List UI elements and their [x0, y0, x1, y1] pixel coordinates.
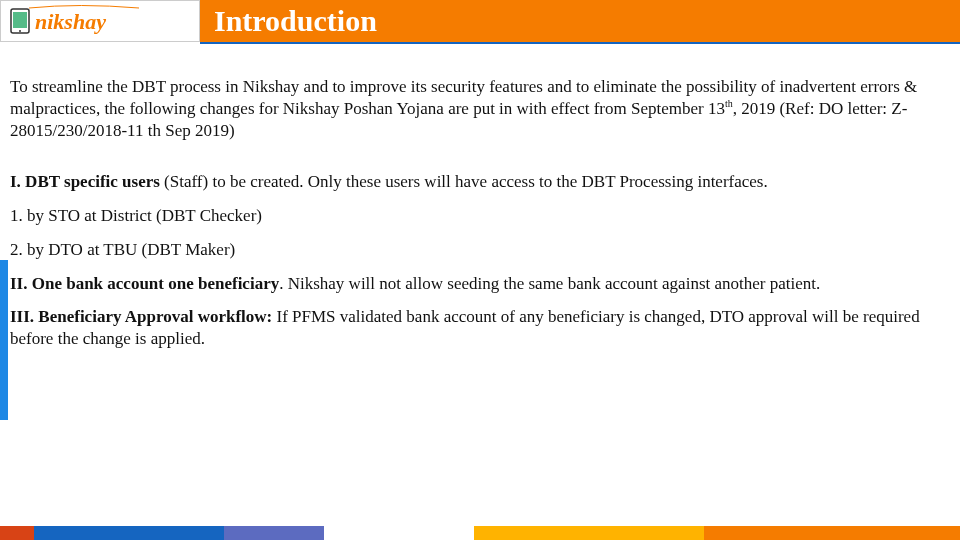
point-2-lead: II. One bank account one beneficiary	[10, 274, 279, 293]
content-area: To streamline the DBT process in Nikshay…	[10, 76, 944, 362]
point-1-sub-2: 2. by DTO at TBU (DBT Maker)	[10, 239, 944, 261]
point-3: III. Beneficiary Approval workflow: If P…	[10, 306, 944, 350]
point-2: II. One bank account one beneficiary. Ni…	[10, 273, 944, 295]
footer-seg-6	[704, 526, 960, 540]
logo-box: nikshay	[0, 0, 200, 42]
footer-seg-4	[324, 526, 474, 540]
svg-rect-1	[13, 12, 27, 28]
svg-text:nikshay: nikshay	[35, 9, 106, 34]
point-1-tail: (Staff) to be created. Only these users …	[160, 172, 768, 191]
point-2-tail: . Nikshay will not allow seeding the sam…	[279, 274, 820, 293]
header-bar: nikshay Introduction	[0, 0, 960, 42]
page-title: Introduction	[214, 4, 377, 38]
footer-seg-1	[0, 526, 34, 540]
footer-seg-5	[474, 526, 704, 540]
left-accent-bar	[0, 260, 8, 420]
title-underline	[200, 42, 960, 44]
point-3-lead: III. Beneficiary Approval workflow:	[10, 307, 272, 326]
nikshay-logo-icon: nikshay	[9, 5, 159, 37]
footer-stripe	[0, 526, 960, 540]
point-1-lead: I. DBT specific users	[10, 172, 160, 191]
intro-sup: th	[725, 98, 733, 109]
point-1-sub-1: 1. by STO at District (DBT Checker)	[10, 205, 944, 227]
svg-point-2	[19, 30, 21, 32]
footer-seg-3	[224, 526, 324, 540]
footer-seg-2	[34, 526, 224, 540]
slide: nikshay Introduction To streamline the D…	[0, 0, 960, 540]
intro-paragraph: To streamline the DBT process in Nikshay…	[10, 76, 944, 141]
point-1: I. DBT specific users (Staff) to be crea…	[10, 171, 944, 193]
